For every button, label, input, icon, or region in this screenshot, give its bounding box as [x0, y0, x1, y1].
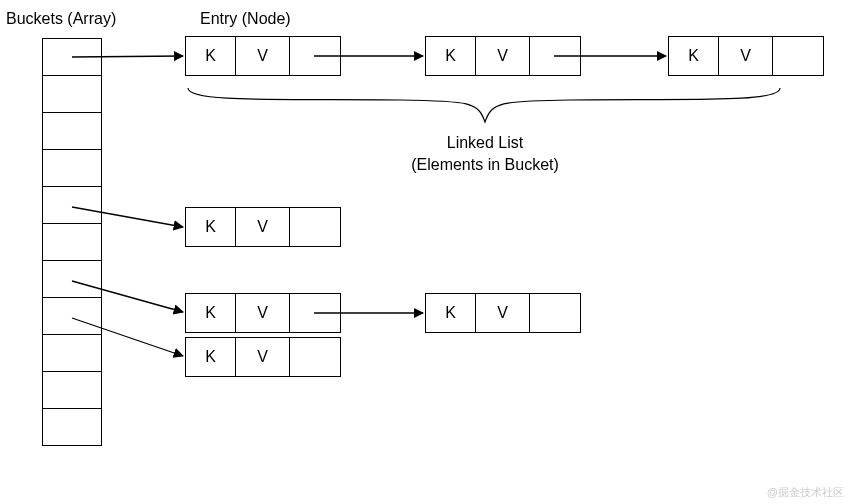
pointer-cell [290, 208, 340, 246]
bucket-slot [42, 186, 102, 224]
value-cell: V [476, 37, 530, 75]
curly-brace-icon [188, 88, 780, 122]
linked-list-label-2: (Elements in Bucket) [355, 156, 615, 174]
pointer-cell [530, 37, 580, 75]
bucket-slot [42, 408, 102, 446]
entry-node: K V [185, 337, 341, 377]
pointer-cell [530, 294, 580, 332]
value-cell: V [236, 294, 290, 332]
value-cell: V [236, 208, 290, 246]
buckets-label: Buckets (Array) [6, 10, 116, 28]
value-cell: V [236, 338, 290, 376]
bucket-slot [42, 371, 102, 409]
pointer-cell [290, 338, 340, 376]
bucket-slot [42, 297, 102, 335]
key-cell: K [186, 37, 236, 75]
pointer-cell [290, 294, 340, 332]
key-cell: K [186, 338, 236, 376]
bucket-slot [42, 260, 102, 298]
value-cell: V [236, 37, 290, 75]
entry-node: K V [668, 36, 824, 76]
key-cell: K [186, 208, 236, 246]
watermark: @掘金技术社区 [767, 485, 844, 500]
bucket-slot [42, 112, 102, 150]
linked-list-label-1: Linked List [355, 134, 615, 152]
bucket-slot [42, 223, 102, 261]
bucket-slot [42, 334, 102, 372]
value-cell: V [719, 37, 773, 75]
entry-node: K V [185, 293, 341, 333]
entry-node: K V [425, 293, 581, 333]
pointer-cell [290, 37, 340, 75]
key-cell: K [186, 294, 236, 332]
key-cell: K [426, 37, 476, 75]
key-cell: K [669, 37, 719, 75]
pointer-cell [773, 37, 823, 75]
key-cell: K [426, 294, 476, 332]
entry-node: K V [185, 207, 341, 247]
entry-node: K V [425, 36, 581, 76]
entry-node: K V [185, 36, 341, 76]
bucket-slot [42, 149, 102, 187]
entry-label: Entry (Node) [200, 10, 291, 28]
bucket-slot [42, 75, 102, 113]
bucket-slot [42, 38, 102, 76]
value-cell: V [476, 294, 530, 332]
